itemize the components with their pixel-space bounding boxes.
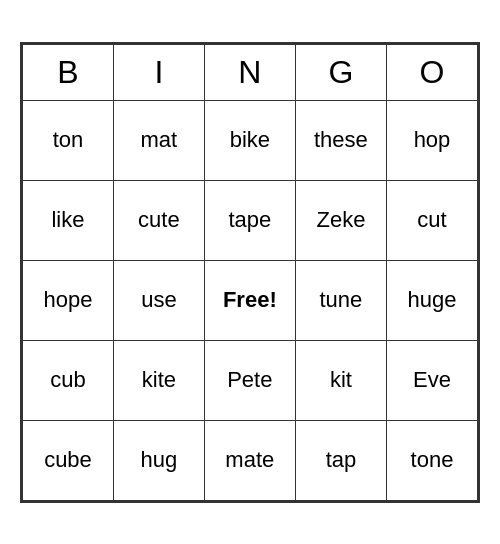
table-cell: hop <box>386 100 477 180</box>
table-cell: kit <box>295 340 386 420</box>
table-cell: Eve <box>386 340 477 420</box>
table-cell: tape <box>204 180 295 260</box>
header-o: O <box>386 44 477 100</box>
table-row: likecutetapeZekecut <box>23 180 478 260</box>
header-g: G <box>295 44 386 100</box>
table-cell: Pete <box>204 340 295 420</box>
table-cell: cute <box>113 180 204 260</box>
table-cell: Zeke <box>295 180 386 260</box>
table-cell: cube <box>23 420 114 500</box>
header-n: N <box>204 44 295 100</box>
bingo-card: B I N G O tonmatbikethesehoplikecutetape… <box>20 42 480 503</box>
table-cell: use <box>113 260 204 340</box>
table-row: cubehugmatetaptone <box>23 420 478 500</box>
table-cell: like <box>23 180 114 260</box>
bingo-body: tonmatbikethesehoplikecutetapeZekecuthop… <box>23 100 478 500</box>
table-cell: tone <box>386 420 477 500</box>
bingo-table: B I N G O tonmatbikethesehoplikecutetape… <box>22 44 478 501</box>
table-cell: tap <box>295 420 386 500</box>
table-cell: huge <box>386 260 477 340</box>
table-cell: bike <box>204 100 295 180</box>
table-cell: these <box>295 100 386 180</box>
table-cell: cut <box>386 180 477 260</box>
table-cell: Free! <box>204 260 295 340</box>
table-row: hopeuseFree!tunehuge <box>23 260 478 340</box>
table-cell: cub <box>23 340 114 420</box>
table-cell: hope <box>23 260 114 340</box>
header-b: B <box>23 44 114 100</box>
table-row: cubkitePetekitEve <box>23 340 478 420</box>
table-cell: kite <box>113 340 204 420</box>
table-cell: tune <box>295 260 386 340</box>
table-cell: mat <box>113 100 204 180</box>
table-cell: mate <box>204 420 295 500</box>
table-row: tonmatbikethesehop <box>23 100 478 180</box>
table-cell: ton <box>23 100 114 180</box>
header-row: B I N G O <box>23 44 478 100</box>
header-i: I <box>113 44 204 100</box>
table-cell: hug <box>113 420 204 500</box>
